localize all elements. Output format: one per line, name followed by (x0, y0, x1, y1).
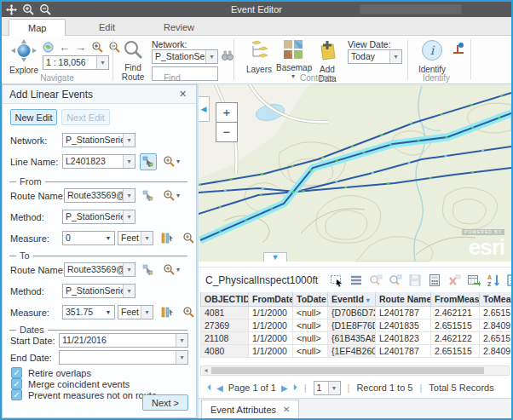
show-selected-records-icon[interactable] (349, 273, 363, 287)
next-button[interactable]: Next > (142, 394, 188, 411)
to-measure-combobox[interactable]: 351.75 ▾ (62, 305, 115, 319)
col-fromdate[interactable]: FromDate (249, 292, 293, 307)
export-table-icon[interactable] (467, 273, 481, 287)
col-todate[interactable]: ToDate (293, 292, 328, 307)
collapse-table-button[interactable]: ▼ (263, 252, 287, 262)
zoom-options-caret[interactable]: ▾ (176, 266, 180, 273)
col-objectid[interactable]: OBJECTID (201, 292, 249, 307)
col-frommeasure[interactable]: FromMeasure (431, 292, 480, 307)
network-ribbon-combobox[interactable]: P_StationSeries ▾ (152, 49, 218, 64)
scroll-left-arrow[interactable]: ◄ (203, 366, 209, 375)
next-edit-button[interactable]: Next Edit (61, 109, 110, 125)
scale-dropdown-button[interactable]: ▾ (96, 56, 108, 69)
column-menu-caret[interactable]: ▾ (366, 296, 370, 304)
layers-button[interactable]: Layers (244, 39, 274, 74)
identify-route-location-icon[interactable] (452, 43, 465, 55)
map-zoom-out-button[interactable]: − (216, 122, 238, 142)
to-route-dropdown-button[interactable]: ▾ (123, 263, 135, 276)
last-page-button[interactable]: ⏵ (293, 383, 297, 393)
to-unit-combobox[interactable]: Feet ▾ (118, 305, 153, 319)
page-number-caret[interactable]: ▾ (328, 382, 340, 394)
table-horizontal-scrollbar[interactable]: ◄ (200, 365, 510, 376)
new-edit-button[interactable]: New Edit (10, 109, 57, 125)
prevent-measures-checkbox[interactable]: ✓ (11, 389, 22, 400)
explore-button[interactable]: Explore (9, 39, 39, 75)
zoom-to-from-route-button[interactable]: ▾ (163, 189, 180, 201)
table-row[interactable]: 273691/1/2000<null>{D1E8F76D-FL24018352.… (201, 319, 512, 332)
to-unit-dropdown-button[interactable]: ▾ (141, 306, 153, 319)
from-method-dropdown-button[interactable]: ▾ (123, 210, 135, 223)
select-line-on-map-button[interactable] (140, 153, 157, 170)
to-method-dropdown-button[interactable]: ▾ (123, 285, 135, 297)
zoom-options-caret[interactable]: ▾ (176, 192, 180, 199)
measure-picker-icon[interactable] (161, 306, 174, 319)
zoom-to-to-measure-button[interactable] (182, 306, 194, 321)
panel-close-icon[interactable]: ✕ (179, 89, 196, 100)
table-row[interactable]: 40811/1/2000<null>{D70B6D72-3L24017872.4… (201, 307, 512, 319)
col-routename[interactable]: Route Name (376, 292, 431, 307)
first-page-button[interactable]: ⏴ (207, 383, 211, 393)
from-measure-combobox[interactable]: 0 ▾ (62, 231, 115, 245)
save-edits-icon[interactable] (408, 273, 422, 287)
map-view[interactable]: + − ◀ ▼ POWERED BY esri (199, 84, 511, 262)
next-page-button[interactable]: ▶ (281, 383, 288, 393)
select-to-route-button[interactable] (140, 262, 157, 279)
end-date-picker[interactable]: ▾ (59, 350, 188, 365)
table-row[interactable]: 211081/1/2000<null>{61B435A8-3L24018232.… (201, 332, 512, 345)
line-name-combobox[interactable]: L2401823 ▾ (62, 154, 135, 169)
scale-combobox[interactable]: 1 : 18,056 ▾ (43, 55, 109, 70)
zoom-options-caret[interactable]: ▾ (176, 158, 180, 165)
ribbon-zoom-in-icon[interactable] (91, 41, 103, 53)
back-extent-icon[interactable]: ← (59, 42, 70, 53)
prev-page-button[interactable]: ◀ (216, 383, 223, 393)
zoom-to-line-button[interactable]: ▾ (163, 155, 180, 167)
from-unit-dropdown-button[interactable]: ▾ (141, 232, 153, 245)
from-method-combobox[interactable]: P_StationSeries ▾ (62, 210, 135, 224)
to-method-combobox[interactable]: P_StationSeries ▾ (62, 284, 135, 298)
binoculars-icon[interactable] (222, 50, 233, 61)
start-date-picker[interactable]: 11/21/2016 ▾ (59, 333, 188, 348)
full-extent-icon[interactable] (43, 42, 54, 53)
forward-extent-icon[interactable]: → (75, 42, 86, 53)
zoom-to-to-route-button[interactable]: ▾ (163, 263, 180, 275)
page-number-combobox[interactable]: 1 ▾ (314, 381, 341, 395)
from-route-dropdown-button[interactable]: ▾ (123, 189, 135, 202)
to-measure-caret[interactable]: ▾ (102, 306, 114, 319)
table-row[interactable]: 40801/1/2000<null>{1EF4B260-FL24017872.6… (201, 345, 512, 358)
scrollbar-thumb[interactable] (211, 367, 484, 374)
tab-edit[interactable]: Edit (80, 19, 134, 36)
network-ribbon-dropdown-button[interactable]: ▾ (205, 50, 217, 63)
tab-close-icon[interactable]: ✕ (283, 405, 290, 414)
network-dropdown-button[interactable]: ▾ (123, 134, 135, 147)
map-zoom-in-button[interactable]: + (216, 102, 238, 123)
col-tomeasure[interactable]: ToMea (480, 292, 512, 307)
delete-selected-icon[interactable] (447, 273, 461, 287)
identify-button[interactable]: i Identify (416, 39, 448, 74)
add-data-button[interactable]: Add Data ▾ (310, 39, 344, 91)
tab-map[interactable]: Map (9, 19, 66, 36)
attribute-window-icon[interactable] (506, 273, 513, 287)
measure-picker-icon[interactable] (161, 232, 174, 245)
end-date-dropdown-button[interactable]: ▾ (176, 351, 187, 364)
retire-overlaps-checkbox[interactable]: ✓ (11, 367, 22, 378)
from-route-combobox[interactable]: Route33569@Cent ▾ (64, 188, 135, 203)
view-date-combobox[interactable]: Today ▾ (348, 49, 402, 64)
start-date-dropdown-button[interactable]: ▾ (176, 334, 187, 347)
sort-icon[interactable]: AZ (487, 273, 500, 287)
select-from-route-button[interactable] (140, 187, 157, 204)
col-eventid[interactable]: EventId ▾ (328, 292, 376, 307)
tab-review[interactable]: Review (145, 19, 213, 36)
zoom-to-from-measure-button[interactable] (182, 232, 194, 247)
view-date-dropdown-button[interactable]: ▾ (389, 50, 401, 63)
pan-to-selection-icon[interactable] (389, 273, 402, 287)
line-name-dropdown-button[interactable]: ▾ (123, 155, 135, 168)
zoom-to-selection-icon[interactable] (369, 273, 383, 287)
from-measure-caret[interactable]: ▾ (102, 232, 114, 245)
merge-coincident-checkbox[interactable]: ✓ (11, 378, 22, 389)
to-route-combobox[interactable]: Route33569@Cent ▾ (64, 262, 135, 277)
from-unit-combobox[interactable]: Feet ▾ (118, 231, 153, 245)
collapse-panel-left-button[interactable]: ◀ (199, 96, 210, 122)
select-features-icon[interactable] (330, 273, 343, 287)
field-calculator-icon[interactable] (428, 273, 441, 287)
tab-event-attributes[interactable]: Event Attributes ✕ (201, 400, 299, 418)
